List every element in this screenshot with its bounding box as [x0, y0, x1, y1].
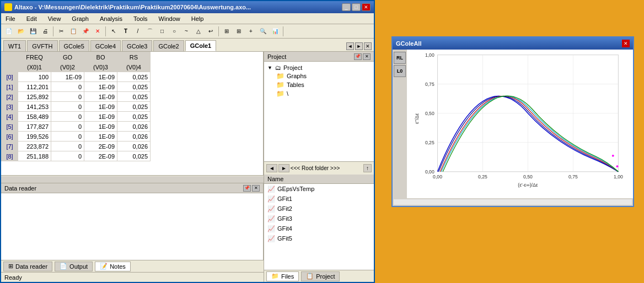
maximize-button[interactable]: □ [352, 3, 361, 11]
gcole-bottom-scrollbar[interactable] [393, 198, 633, 206]
nav-forward[interactable]: ► [278, 164, 289, 172]
minimize-button[interactable]: _ [342, 3, 351, 11]
line-btn[interactable]: / [132, 26, 143, 37]
new-btn[interactable]: 📄 [3, 26, 14, 37]
project-pin[interactable]: 📌 [354, 53, 362, 60]
project-title: Project [267, 53, 286, 60]
cell-rs: 0,025 [117, 92, 151, 102]
tab-data-reader[interactable]: ⊞ Data reader [3, 262, 52, 271]
rect-btn[interactable]: □ [157, 26, 168, 37]
list-item[interactable]: 📈GFit4 [264, 224, 374, 233]
menu-view[interactable]: View [46, 15, 63, 23]
tab-notes[interactable]: 📝 Notes [95, 262, 131, 271]
spreadsheet[interactable]: FREQ GO BO RS (X0)1 (V0)2 (V0)3 (V0)4 [1, 52, 264, 175]
project-tree[interactable]: ▼ 🗂 Project 📁 Graphs 📁 Tables 📁 \ [264, 62, 374, 161]
save-btn[interactable]: 💾 [28, 26, 39, 37]
copy-btn[interactable]: 📋 [68, 26, 79, 37]
table-row: [3] 141,253 0 1E-09 0,025 [2, 102, 151, 112]
search-btn[interactable]: 🔍 [257, 26, 269, 37]
print-btn[interactable]: 🖨 [40, 26, 51, 37]
tree-root[interactable]: ▼ 🗂 Project [265, 64, 373, 72]
graph-icon: 📈 [267, 186, 275, 193]
tree-tables[interactable]: 📁 Tables [265, 80, 373, 89]
gcole-sidebar: RL L0 [393, 50, 407, 198]
project-icon: 🗂 [275, 64, 281, 71]
row-index: [5] [2, 122, 18, 132]
undo-btn[interactable]: ↩ [205, 26, 216, 37]
cut-btn[interactable]: ✂ [56, 26, 67, 37]
menu-help[interactable]: Help [189, 15, 206, 23]
row-index: [3] [2, 102, 18, 112]
table-row: [8] 251,188 0 2E-09 0,025 [2, 151, 151, 161]
horizontal-scrollbar[interactable] [1, 175, 264, 183]
project-bottom-tabs: 📁 Files 📋 Project [264, 270, 374, 282]
tab-next[interactable]: ► [355, 42, 363, 50]
delete-btn[interactable]: ✕ [92, 26, 103, 37]
table-row: [5] 177,827 0 1E-09 0,026 [2, 122, 151, 132]
zoom-in-btn[interactable]: ⊞ [221, 26, 232, 37]
tree-graphs[interactable]: 📁 Graphs [265, 72, 373, 80]
menu-file[interactable]: File [3, 15, 18, 23]
gcole-title-bar: GColeAll ✕ [393, 37, 633, 50]
svg-text:ε''/Δε: ε''/Δε [414, 113, 420, 124]
nav-up[interactable]: ↑ [363, 164, 372, 172]
gcole-scrollbar-track[interactable] [394, 199, 632, 205]
ellipse-btn[interactable]: ○ [169, 26, 180, 37]
triangle-btn[interactable]: △ [193, 26, 204, 37]
open-btn[interactable]: 📂 [15, 26, 26, 37]
gcole-title-text: GColeAll [396, 40, 421, 47]
arrow-btn[interactable]: ↖ [108, 26, 119, 37]
menu-window[interactable]: Window [157, 15, 183, 23]
h-scrollbar-track[interactable] [1, 176, 264, 183]
table-row: [6] 199,526 0 1E-09 0,026 [2, 132, 151, 142]
data-reader-icon: ⊞ [8, 263, 13, 270]
add-btn[interactable]: + [245, 26, 256, 37]
bottom-tabs: ⊞ Data reader 📄 Output 📝 Notes [1, 260, 264, 272]
cell-freq: 223,872 [18, 142, 51, 151]
chart-area: 0,00 0,25 0,50 0,75 1,00 0,00 0,25 0,50 … [407, 50, 633, 198]
nav-back[interactable]: ◄ [266, 164, 277, 172]
text-btn[interactable]: T [120, 26, 131, 37]
data-reader-pin[interactable]: 📌 [243, 185, 251, 192]
tab-gcole3[interactable]: GCole3 [122, 40, 152, 51]
curve-btn[interactable]: ⌒ [144, 26, 155, 37]
menu-graph[interactable]: Graph [69, 15, 91, 23]
list-item[interactable]: 📈GFit5 [264, 233, 374, 243]
project-list[interactable]: Name 📈GEpsVsTemp📈GFit1📈GFit2📈GFit3📈GFit4… [264, 175, 374, 270]
cell-bo: 1E-09 [84, 102, 117, 112]
menu-tools[interactable]: Tools [131, 15, 150, 23]
gcole-close-button[interactable]: ✕ [622, 40, 630, 47]
svg-text:0,75: 0,75 [425, 81, 434, 87]
cell-freq: 199,526 [18, 132, 51, 142]
project-title-bar: Project 📌 ✕ [264, 52, 374, 62]
gcole-btn-rl[interactable]: RL [394, 52, 406, 64]
tab-wt1[interactable]: WT1 [3, 40, 26, 51]
tab-close[interactable]: ✕ [364, 42, 372, 50]
paste-btn[interactable]: 📌 [80, 26, 91, 37]
tab-files[interactable]: 📁 Files [266, 271, 299, 281]
gcole-btn-l0[interactable]: L0 [394, 65, 406, 77]
chart-btn[interactable]: 📊 [270, 26, 281, 37]
wave-btn[interactable]: ~ [181, 26, 192, 37]
tree-backslash[interactable]: 📁 \ [265, 89, 373, 98]
cell-go: 0 [51, 112, 84, 122]
list-item[interactable]: 📈GFit3 [264, 214, 374, 224]
list-item[interactable]: 📈GEpsVsTemp [264, 184, 374, 194]
tab-gcole1[interactable]: GCole1 [185, 40, 217, 51]
tab-prev[interactable]: ◄ [346, 42, 354, 50]
tab-gvfth[interactable]: GVFTH [27, 40, 57, 51]
menu-analysis[interactable]: Analysis [98, 15, 125, 23]
data-reader-close[interactable]: ✕ [252, 185, 260, 192]
close-button[interactable]: ✕ [362, 3, 371, 11]
tab-gcole4[interactable]: GCole4 [90, 40, 121, 51]
list-item[interactable]: 📈GFit2 [264, 204, 374, 214]
tab-gcole5[interactable]: GCole5 [59, 40, 89, 51]
grid-btn[interactable]: ⊞ [233, 26, 244, 37]
project-close[interactable]: ✕ [363, 53, 371, 60]
tab-gcole2[interactable]: GCole2 [153, 40, 184, 51]
tab-project[interactable]: 📋 Project [301, 271, 340, 281]
menu-edit[interactable]: Edit [24, 15, 39, 23]
right-panel: Project 📌 ✕ ▼ 🗂 Project 📁 Graphs [264, 52, 374, 282]
tab-output[interactable]: 📄 Output [55, 262, 93, 271]
list-item[interactable]: 📈GFit1 [264, 194, 374, 204]
